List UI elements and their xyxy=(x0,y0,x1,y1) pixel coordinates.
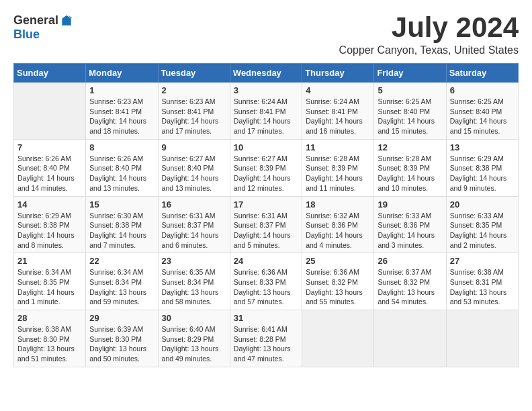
day-cell: 10Sunrise: 6:27 AM Sunset: 8:39 PM Dayli… xyxy=(230,139,302,196)
day-info: Sunrise: 6:34 AM Sunset: 8:34 PM Dayligh… xyxy=(89,267,154,307)
day-info: Sunrise: 6:33 AM Sunset: 8:36 PM Dayligh… xyxy=(378,211,442,250)
day-info: Sunrise: 6:28 AM Sunset: 8:39 PM Dayligh… xyxy=(306,154,370,193)
day-info: Sunrise: 6:32 AM Sunset: 8:36 PM Dayligh… xyxy=(306,211,370,250)
day-number: 29 xyxy=(89,313,154,323)
day-cell: 23Sunrise: 6:35 AM Sunset: 8:34 PM Dayli… xyxy=(158,253,230,310)
calendar-body: 1Sunrise: 6:23 AM Sunset: 8:41 PM Daylig… xyxy=(14,83,519,367)
day-info: Sunrise: 6:36 AM Sunset: 8:33 PM Dayligh… xyxy=(234,267,298,307)
day-cell: 17Sunrise: 6:31 AM Sunset: 8:37 PM Dayli… xyxy=(230,196,302,253)
day-cell xyxy=(302,310,374,367)
day-number: 12 xyxy=(378,142,442,152)
day-number: 2 xyxy=(162,85,226,95)
day-number: 27 xyxy=(450,256,515,266)
day-cell: 16Sunrise: 6:31 AM Sunset: 8:37 PM Dayli… xyxy=(158,196,230,253)
week-row-4: 21Sunrise: 6:34 AM Sunset: 8:35 PM Dayli… xyxy=(14,253,519,310)
day-cell: 21Sunrise: 6:34 AM Sunset: 8:35 PM Dayli… xyxy=(14,253,86,310)
day-info: Sunrise: 6:31 AM Sunset: 8:37 PM Dayligh… xyxy=(162,211,226,250)
day-info: Sunrise: 6:28 AM Sunset: 8:39 PM Dayligh… xyxy=(378,154,442,193)
header-cell-sunday: Sunday xyxy=(14,64,86,83)
header-cell-saturday: Saturday xyxy=(446,64,518,83)
day-number: 20 xyxy=(450,199,515,210)
day-cell: 4Sunrise: 6:24 AM Sunset: 8:41 PM Daylig… xyxy=(302,83,374,140)
day-cell: 26Sunrise: 6:37 AM Sunset: 8:32 PM Dayli… xyxy=(374,253,446,310)
day-info: Sunrise: 6:23 AM Sunset: 8:41 PM Dayligh… xyxy=(89,97,154,136)
day-number: 30 xyxy=(162,313,226,323)
day-number: 13 xyxy=(450,142,515,152)
day-number: 16 xyxy=(162,199,226,210)
calendar-table: SundayMondayTuesdayWednesdayThursdayFrid… xyxy=(13,63,519,367)
day-info: Sunrise: 6:33 AM Sunset: 8:35 PM Dayligh… xyxy=(450,211,515,250)
day-cell: 3Sunrise: 6:24 AM Sunset: 8:41 PM Daylig… xyxy=(230,83,302,140)
day-cell xyxy=(374,310,446,367)
day-number: 19 xyxy=(378,199,442,210)
day-info: Sunrise: 6:34 AM Sunset: 8:35 PM Dayligh… xyxy=(17,267,82,307)
day-cell: 14Sunrise: 6:29 AM Sunset: 8:38 PM Dayli… xyxy=(14,196,86,253)
header: General Blue July 2024 Copper Canyon, Te… xyxy=(13,13,519,56)
day-info: Sunrise: 6:27 AM Sunset: 8:40 PM Dayligh… xyxy=(162,154,226,193)
logo-icon xyxy=(60,14,73,28)
day-number: 28 xyxy=(17,313,82,323)
day-number: 24 xyxy=(234,256,298,266)
day-number: 31 xyxy=(234,313,298,323)
day-info: Sunrise: 6:39 AM Sunset: 8:30 PM Dayligh… xyxy=(89,324,154,364)
day-number: 5 xyxy=(378,85,442,95)
day-cell: 6Sunrise: 6:25 AM Sunset: 8:40 PM Daylig… xyxy=(446,83,518,140)
day-cell: 12Sunrise: 6:28 AM Sunset: 8:39 PM Dayli… xyxy=(374,139,446,196)
day-cell: 29Sunrise: 6:39 AM Sunset: 8:30 PM Dayli… xyxy=(86,310,158,367)
day-number: 4 xyxy=(306,85,370,95)
day-info: Sunrise: 6:29 AM Sunset: 8:38 PM Dayligh… xyxy=(17,211,82,250)
day-info: Sunrise: 6:37 AM Sunset: 8:32 PM Dayligh… xyxy=(378,267,442,307)
header-cell-wednesday: Wednesday xyxy=(230,64,302,83)
week-row-5: 28Sunrise: 6:38 AM Sunset: 8:30 PM Dayli… xyxy=(14,310,519,367)
month-title: July 2024 xyxy=(339,13,519,42)
day-number: 6 xyxy=(450,85,515,95)
day-number: 26 xyxy=(378,256,442,266)
day-number: 11 xyxy=(306,142,370,152)
day-number: 3 xyxy=(234,85,298,95)
week-row-2: 7Sunrise: 6:26 AM Sunset: 8:40 PM Daylig… xyxy=(14,139,519,196)
day-cell: 9Sunrise: 6:27 AM Sunset: 8:40 PM Daylig… xyxy=(158,139,230,196)
header-row: SundayMondayTuesdayWednesdayThursdayFrid… xyxy=(14,64,519,83)
day-info: Sunrise: 6:31 AM Sunset: 8:37 PM Dayligh… xyxy=(234,211,298,250)
day-cell: 24Sunrise: 6:36 AM Sunset: 8:33 PM Dayli… xyxy=(230,253,302,310)
calendar-header: SundayMondayTuesdayWednesdayThursdayFrid… xyxy=(14,64,519,83)
logo-general-text: General xyxy=(13,13,58,28)
day-info: Sunrise: 6:24 AM Sunset: 8:41 PM Dayligh… xyxy=(306,97,370,136)
day-cell xyxy=(446,310,518,367)
logo: General Blue xyxy=(13,13,73,42)
day-info: Sunrise: 6:36 AM Sunset: 8:32 PM Dayligh… xyxy=(306,267,370,307)
day-cell: 1Sunrise: 6:23 AM Sunset: 8:41 PM Daylig… xyxy=(86,83,158,140)
day-number: 10 xyxy=(234,142,298,152)
day-number: 14 xyxy=(17,199,82,210)
day-number: 8 xyxy=(89,142,154,152)
header-cell-monday: Monday xyxy=(86,64,158,83)
day-number: 7 xyxy=(17,142,82,152)
day-info: Sunrise: 6:38 AM Sunset: 8:30 PM Dayligh… xyxy=(17,324,82,364)
day-info: Sunrise: 6:25 AM Sunset: 8:40 PM Dayligh… xyxy=(378,97,442,136)
day-cell: 22Sunrise: 6:34 AM Sunset: 8:34 PM Dayli… xyxy=(86,253,158,310)
day-info: Sunrise: 6:27 AM Sunset: 8:39 PM Dayligh… xyxy=(234,154,298,193)
day-info: Sunrise: 6:25 AM Sunset: 8:40 PM Dayligh… xyxy=(450,97,515,136)
day-cell: 30Sunrise: 6:40 AM Sunset: 8:29 PM Dayli… xyxy=(158,310,230,367)
day-number: 25 xyxy=(306,256,370,266)
day-cell: 13Sunrise: 6:29 AM Sunset: 8:38 PM Dayli… xyxy=(446,139,518,196)
day-cell: 5Sunrise: 6:25 AM Sunset: 8:40 PM Daylig… xyxy=(374,83,446,140)
location-title: Copper Canyon, Texas, United States xyxy=(339,44,519,56)
header-cell-thursday: Thursday xyxy=(302,64,374,83)
day-cell: 27Sunrise: 6:38 AM Sunset: 8:31 PM Dayli… xyxy=(446,253,518,310)
day-info: Sunrise: 6:26 AM Sunset: 8:40 PM Dayligh… xyxy=(89,154,154,193)
day-cell: 28Sunrise: 6:38 AM Sunset: 8:30 PM Dayli… xyxy=(14,310,86,367)
header-cell-friday: Friday xyxy=(374,64,446,83)
day-cell: 25Sunrise: 6:36 AM Sunset: 8:32 PM Dayli… xyxy=(302,253,374,310)
week-row-3: 14Sunrise: 6:29 AM Sunset: 8:38 PM Dayli… xyxy=(14,196,519,253)
day-info: Sunrise: 6:40 AM Sunset: 8:29 PM Dayligh… xyxy=(162,324,226,364)
day-info: Sunrise: 6:35 AM Sunset: 8:34 PM Dayligh… xyxy=(162,267,226,307)
day-cell: 7Sunrise: 6:26 AM Sunset: 8:40 PM Daylig… xyxy=(14,139,86,196)
day-cell: 19Sunrise: 6:33 AM Sunset: 8:36 PM Dayli… xyxy=(374,196,446,253)
day-info: Sunrise: 6:38 AM Sunset: 8:31 PM Dayligh… xyxy=(450,267,515,307)
day-number: 21 xyxy=(17,256,82,266)
day-number: 18 xyxy=(306,199,370,210)
day-number: 17 xyxy=(234,199,298,210)
day-cell: 31Sunrise: 6:41 AM Sunset: 8:28 PM Dayli… xyxy=(230,310,302,367)
day-info: Sunrise: 6:24 AM Sunset: 8:41 PM Dayligh… xyxy=(234,97,298,136)
